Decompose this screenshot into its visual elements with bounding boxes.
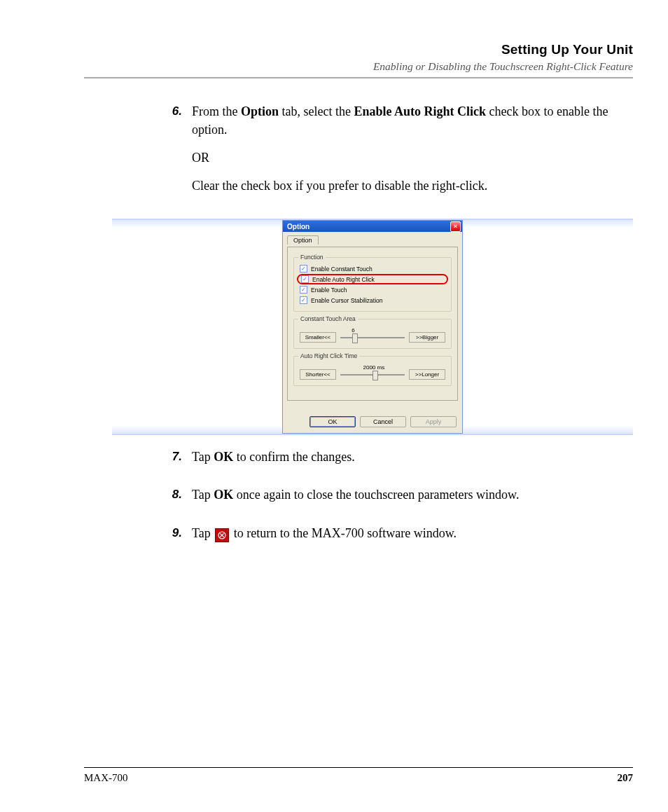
slider-thumb[interactable] xyxy=(373,371,378,380)
footer-page-number: 207 xyxy=(618,772,634,784)
checkbox-cursor-stabilization[interactable]: Enable Cursor Stabilization xyxy=(297,295,448,305)
step-9: 9. Tap to return to the MAX-700 software… xyxy=(84,524,633,552)
checkbox-touch[interactable]: Enable Touch xyxy=(297,284,448,295)
tab-row: Option xyxy=(287,235,458,244)
group-function: Function Enable Constant Touch Enable Au… xyxy=(293,257,452,312)
checkbox-icon xyxy=(301,275,309,283)
apply-button[interactable]: Apply xyxy=(410,416,457,427)
smaller-button[interactable]: Smaller<< xyxy=(300,332,336,343)
shorter-button[interactable]: Shorter<< xyxy=(300,369,336,380)
close-app-icon xyxy=(215,528,229,542)
tab-option[interactable]: Option xyxy=(287,235,319,245)
text: once again to close the touchscreen para… xyxy=(233,488,519,502)
step-6: 6. From the Option tab, select the Enabl… xyxy=(84,102,633,205)
text: tab, select the xyxy=(279,104,354,118)
step-number: 7. xyxy=(160,448,182,476)
checkbox-label: Enable Auto Right Click xyxy=(312,276,375,283)
option-dialog: Option × Option Function Enable Constant… xyxy=(282,220,463,434)
text: OR xyxy=(192,149,633,167)
checkbox-icon xyxy=(300,265,307,273)
group-constant-touch-area: Constant Touch Area Smaller<< 6 >>Bigger xyxy=(293,319,452,349)
group-label: Function xyxy=(298,254,326,261)
dialog-titlebar: Option × xyxy=(283,221,462,232)
slider-value: 2000 ms xyxy=(363,364,384,371)
screenshot-option-dialog: Option × Option Function Enable Constant… xyxy=(112,219,633,435)
group-label: Auto Right Click Time xyxy=(298,352,359,359)
text: Tap xyxy=(192,526,214,540)
text: Clear the check box if you prefer to dis… xyxy=(192,177,633,195)
longer-button[interactable]: >>Longer xyxy=(409,369,445,380)
page-footer: MAX-700 207 xyxy=(84,767,633,784)
checkbox-label: Enable Cursor Stabilization xyxy=(311,297,383,304)
page-subtitle: Enabling or Disabling the Touchscreen Ri… xyxy=(84,60,633,73)
step-8: 8. Tap OK once again to close the touchs… xyxy=(84,486,633,514)
step-number: 8. xyxy=(160,486,182,514)
footer-product: MAX-700 xyxy=(84,772,128,784)
text-bold: OK xyxy=(214,450,233,464)
checkbox-label: Enable Touch xyxy=(311,287,347,294)
text: From the xyxy=(192,104,241,118)
ok-button[interactable]: OK xyxy=(309,416,356,427)
checkbox-auto-right-click[interactable]: Enable Auto Right Click xyxy=(297,274,448,284)
tab-panel: Function Enable Constant Touch Enable Au… xyxy=(287,247,458,401)
close-icon[interactable]: × xyxy=(450,221,461,232)
touch-area-slider[interactable]: 6 xyxy=(340,337,405,338)
dialog-buttons: OK Cancel Apply xyxy=(283,409,462,433)
text: to return to the MAX-700 software window… xyxy=(234,526,457,540)
slider-value: 6 xyxy=(352,327,354,333)
text-bold: Option xyxy=(241,104,279,118)
cancel-button[interactable]: Cancel xyxy=(360,416,406,427)
checkbox-constant-touch[interactable]: Enable Constant Touch xyxy=(297,263,448,274)
right-click-time-slider[interactable]: 2000 ms xyxy=(340,374,405,376)
text-bold: Enable Auto Right Click xyxy=(354,104,487,118)
page-header: Setting Up Your Unit Enabling or Disabli… xyxy=(84,42,633,98)
dialog-title-text: Option xyxy=(287,223,309,230)
step-number: 9. xyxy=(160,524,182,552)
checkbox-icon xyxy=(300,286,307,294)
text: to confirm the changes. xyxy=(233,450,354,464)
checkbox-icon xyxy=(300,296,307,304)
slider-thumb[interactable] xyxy=(352,333,358,343)
step-body: From the Option tab, select the Enable A… xyxy=(182,102,633,205)
text: Tap xyxy=(192,450,214,464)
step-7: 7. Tap OK to confirm the changes. xyxy=(84,448,633,476)
group-label: Constant Touch Area xyxy=(298,315,358,322)
step-number: 6. xyxy=(160,102,182,205)
group-auto-right-click-time: Auto Right Click Time Shorter<< 2000 ms … xyxy=(293,356,452,386)
header-rule xyxy=(84,77,633,78)
page-title: Setting Up Your Unit xyxy=(84,42,633,57)
checkbox-label: Enable Constant Touch xyxy=(311,266,373,273)
text: Tap xyxy=(192,488,214,502)
bigger-button[interactable]: >>Bigger xyxy=(409,332,445,343)
text-bold: OK xyxy=(214,488,233,502)
